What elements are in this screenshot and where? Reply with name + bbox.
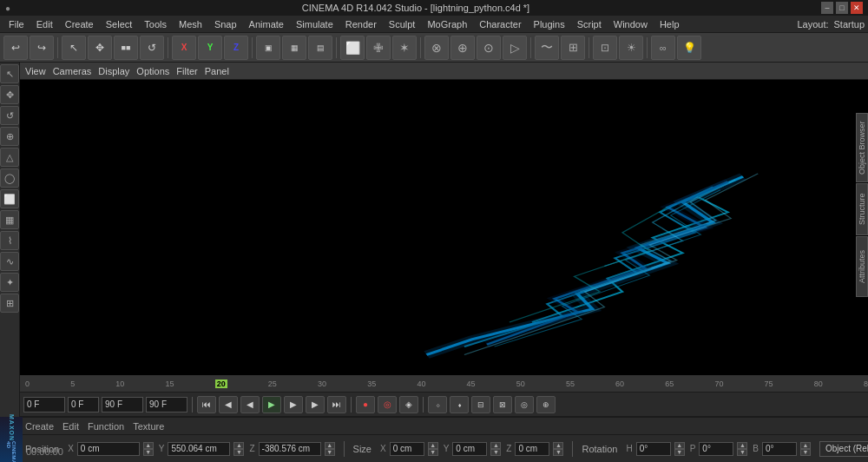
bb-menu-texture[interactable]: Texture <box>133 421 164 432</box>
menu-animate[interactable]: Animate <box>244 17 289 31</box>
rp-spin-down[interactable]: ▼ <box>737 449 747 456</box>
render-region[interactable]: ▣ <box>256 36 280 60</box>
end-frame-input[interactable] <box>102 397 143 412</box>
rh-spin-down[interactable]: ▼ <box>674 449 685 456</box>
key-btn[interactable]: ◈ <box>399 396 418 413</box>
play-btn[interactable]: ▶ <box>262 396 281 413</box>
maximize-button[interactable]: □ <box>836 2 848 14</box>
menu-sculpt[interactable]: Sculpt <box>384 17 421 31</box>
menu-edit[interactable]: Edit <box>31 17 58 31</box>
rh-spin-up[interactable]: ▲ <box>674 442 685 449</box>
rp-input[interactable] <box>699 442 733 456</box>
vp-menu-view[interactable]: View <box>25 66 46 76</box>
field-obj[interactable]: ⊞ <box>561 36 585 60</box>
z-spin-up[interactable]: ▲ <box>325 442 335 449</box>
z-axis-btn[interactable]: Z <box>224 36 248 60</box>
deform-obj[interactable]: 〜 <box>535 36 559 60</box>
menu-mograph[interactable]: MoGraph <box>422 17 472 31</box>
vp-menu-filter[interactable]: Filter <box>176 66 197 76</box>
lt-add[interactable]: ⊕ <box>0 127 19 146</box>
next-play-btn[interactable]: ▶ <box>284 396 303 413</box>
start-frame-input[interactable] <box>23 397 65 412</box>
z-spin-down[interactable]: ▼ <box>325 449 335 456</box>
undo-button[interactable]: ↩ <box>3 36 28 60</box>
sx-input[interactable] <box>390 442 424 456</box>
y-axis-btn[interactable]: Y <box>198 36 222 60</box>
bb-menu-create[interactable]: Create <box>25 421 54 432</box>
sy-spin-down[interactable]: ▼ <box>490 449 501 456</box>
cross-obj[interactable]: ⊗ <box>424 36 449 60</box>
sy-spin-up[interactable]: ▲ <box>490 442 501 449</box>
vp-menu-options[interactable]: Options <box>136 66 169 76</box>
minimize-button[interactable]: – <box>821 2 833 14</box>
x-spin-down[interactable]: ▼ <box>143 449 154 456</box>
lt-loop[interactable]: ↺ <box>0 106 19 125</box>
rotate-tool[interactable]: ↺ <box>140 36 164 60</box>
light-obj[interactable]: ✶ <box>392 36 417 60</box>
rb-spin-up[interactable]: ▲ <box>800 442 811 449</box>
keyframe-btn1[interactable]: ⬦ <box>428 396 447 413</box>
lathe-obj[interactable]: ⊙ <box>477 36 501 60</box>
rh-input[interactable] <box>636 442 671 456</box>
menu-simulate[interactable]: Simulate <box>291 17 339 31</box>
z-pos-input[interactable] <box>259 442 321 456</box>
menu-snap[interactable]: Snap <box>209 17 242 31</box>
sy-input[interactable] <box>452 442 487 456</box>
menu-tools[interactable]: Tools <box>139 17 172 31</box>
menu-plugins[interactable]: Plugins <box>529 17 570 31</box>
keyframe-btn3[interactable]: ⊟ <box>471 396 490 413</box>
cube-obj[interactable]: ⬜ <box>340 36 365 60</box>
menu-select[interactable]: Select <box>101 17 138 31</box>
keyframe-btn5[interactable]: ◎ <box>515 396 534 413</box>
move-tool[interactable]: ✥ <box>88 36 112 60</box>
menu-file[interactable]: File <box>3 17 30 31</box>
lt-star[interactable]: ✦ <box>0 273 19 292</box>
menu-mesh[interactable]: Mesh <box>174 17 207 31</box>
render-all[interactable]: ▤ <box>308 36 332 60</box>
sz-input[interactable] <box>515 442 549 456</box>
lt-select[interactable]: ↖ <box>0 64 19 83</box>
sweep-obj[interactable]: ⊕ <box>450 36 475 60</box>
scale-tool[interactable]: ■■ <box>114 36 138 60</box>
object-rel-dropdown[interactable]: Object (Rel) World <box>819 441 868 457</box>
select-tool[interactable]: ↖ <box>62 36 86 60</box>
rs-tab-structure[interactable]: Structure <box>856 183 868 235</box>
layout-value[interactable]: Startup <box>834 19 865 30</box>
go-start-btn[interactable]: ⏮ <box>197 396 216 413</box>
lt-move[interactable]: ✥ <box>0 85 19 104</box>
rb-input[interactable] <box>762 442 797 456</box>
lt-square[interactable]: ⬜ <box>0 189 19 208</box>
rs-tab-object-browser[interactable]: Object Browser <box>856 113 868 182</box>
prev-frame-btn[interactable]: ◀ <box>219 396 238 413</box>
rp-spin-up[interactable]: ▲ <box>737 442 747 449</box>
menu-render[interactable]: Render <box>340 17 382 31</box>
menu-create[interactable]: Create <box>60 17 99 31</box>
extrude-obj[interactable]: ▷ <box>503 36 527 60</box>
light2-obj[interactable]: ☀ <box>619 36 643 60</box>
current-frame-input[interactable] <box>68 397 99 412</box>
lt-wave[interactable]: ∿ <box>0 252 19 271</box>
lt-circle[interactable]: ◯ <box>0 168 19 188</box>
x-pos-input[interactable] <box>77 442 140 456</box>
camera-obj[interactable]: ⊡ <box>593 36 617 60</box>
go-end-btn[interactable]: ⏭ <box>327 396 346 413</box>
fps-btn[interactable]: ⊕ <box>536 396 556 413</box>
bulb-btn[interactable]: 💡 <box>677 36 701 60</box>
close-button[interactable]: ✕ <box>851 2 863 14</box>
vp-menu-cameras[interactable]: Cameras <box>53 66 92 76</box>
keyframe-btn4[interactable]: ⊠ <box>493 396 512 413</box>
redo-button[interactable]: ↪ <box>30 36 54 60</box>
bb-menu-function[interactable]: Function <box>88 421 124 432</box>
lt-path[interactable]: ⌇ <box>0 231 19 250</box>
y-spin-up[interactable]: ▲ <box>233 442 244 449</box>
lt-tri[interactable]: △ <box>0 148 19 167</box>
timeline-ruler[interactable]: 0 5 10 15 20 25 30 35 40 45 50 55 60 65 … <box>20 375 868 393</box>
lt-grid[interactable]: ▦ <box>0 210 19 229</box>
menu-character[interactable]: Character <box>474 17 526 31</box>
add-obj[interactable]: ✙ <box>366 36 391 60</box>
viewport[interactable] <box>20 80 868 375</box>
menu-script[interactable]: Script <box>572 17 607 31</box>
x-spin-up[interactable]: ▲ <box>143 442 154 449</box>
x-axis-btn[interactable]: X <box>172 36 196 60</box>
rs-tab-attributes[interactable]: Attributes <box>856 236 868 297</box>
